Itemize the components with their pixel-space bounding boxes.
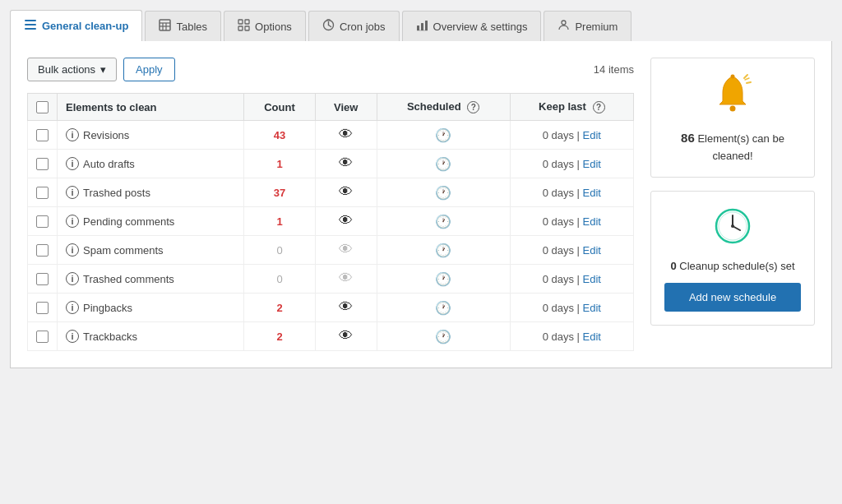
row-keep-last-trackbacks: 0 days | Edit: [510, 322, 633, 351]
tab-cron-jobs-label: Cron jobs: [340, 21, 386, 33]
edit-link-auto-drafts[interactable]: Edit: [583, 158, 601, 170]
info-icon-auto-drafts[interactable]: i: [66, 157, 79, 170]
view-icon-auto-drafts[interactable]: 👁: [339, 155, 353, 171]
view-icon-pingbacks[interactable]: 👁: [339, 299, 353, 315]
tab-premium[interactable]: Premium: [544, 11, 632, 41]
elements-count: 86: [681, 131, 695, 145]
user-icon: [557, 19, 570, 34]
row-name-trashed-comments: i Trashed comments: [58, 265, 244, 294]
row-keep-last-pingbacks: 0 days | Edit: [510, 294, 633, 322]
scheduled-clock-spam-comments: 🕐: [435, 243, 451, 257]
tab-overview-settings[interactable]: Overview & settings: [402, 11, 542, 41]
keep-last-help-icon[interactable]: ?: [593, 101, 605, 113]
row-label-trackbacks: Trackbacks: [83, 331, 137, 343]
row-name-pending-comments: i Pending comments: [58, 207, 244, 236]
row-keep-last-revisions: 0 days | Edit: [510, 121, 633, 150]
info-icon-trackbacks[interactable]: i: [66, 330, 79, 343]
row-name-trashed-posts: i Trashed posts: [58, 178, 244, 207]
row-cb-trashed-comments[interactable]: [36, 273, 49, 285]
row-checkbox-spam-comments: [28, 236, 58, 265]
count-value-auto-drafts: 1: [276, 158, 282, 170]
row-cb-trackbacks[interactable]: [36, 331, 49, 343]
row-count-trackbacks: 2: [244, 322, 316, 351]
scheduled-clock-auto-drafts: 🕐: [435, 157, 451, 171]
tab-general-cleanup-label: General clean-up: [42, 20, 128, 32]
row-cb-pending-comments[interactable]: [36, 215, 49, 228]
svg-rect-0: [25, 20, 36, 21]
row-cb-trashed-posts[interactable]: [36, 187, 49, 199]
right-panel: 86 Element(s) can be cleaned! 0: [650, 58, 815, 351]
row-scheduled-revisions: 🕐: [377, 121, 510, 150]
elements-widget: 86 Element(s) can be cleaned!: [650, 58, 815, 178]
main-content: Bulk actions ▾ Apply 14 items: [10, 41, 832, 368]
schedule-widget-text: 0 Cleanup schedule(s) set: [664, 258, 801, 275]
add-schedule-button[interactable]: Add new schedule: [664, 283, 801, 312]
info-icon-pending-comments[interactable]: i: [66, 215, 79, 228]
row-cb-pingbacks[interactable]: [36, 302, 49, 314]
row-label-trashed-posts: Trashed posts: [83, 187, 150, 199]
row-count-auto-drafts: 1: [244, 150, 316, 178]
edit-link-revisions[interactable]: Edit: [583, 129, 601, 141]
row-scheduled-pending-comments: 🕐: [377, 207, 510, 236]
info-icon-trashed-posts[interactable]: i: [66, 186, 79, 199]
row-scheduled-trashed-comments: 🕐: [377, 265, 510, 294]
row-cb-revisions[interactable]: [36, 129, 49, 141]
view-icon-pending-comments[interactable]: 👁: [339, 213, 353, 229]
th-keep-last: Keep last ?: [510, 94, 633, 121]
view-icon-trashed-posts[interactable]: 👁: [339, 184, 353, 200]
svg-rect-17: [421, 23, 423, 30]
row-keep-last-spam-comments: 0 days | Edit: [510, 236, 633, 265]
svg-point-21: [730, 106, 736, 112]
edit-link-pingbacks[interactable]: Edit: [583, 302, 601, 314]
list-icon: [24, 18, 37, 34]
table-body: i Revisions 43👁🕐0 days | Edit i Auto dra…: [28, 121, 634, 351]
apply-button[interactable]: Apply: [123, 58, 175, 81]
options-icon: [238, 19, 250, 34]
tab-general-cleanup[interactable]: General clean-up: [10, 10, 142, 41]
row-cb-spam-comments[interactable]: [36, 244, 49, 257]
row-scheduled-pingbacks: 🕐: [377, 294, 510, 322]
row-label-revisions: Revisions: [83, 129, 129, 141]
scheduled-help-icon[interactable]: ?: [467, 101, 479, 113]
edit-link-trashed-posts[interactable]: Edit: [583, 187, 601, 199]
info-icon-pingbacks[interactable]: i: [66, 301, 79, 314]
tab-premium-label: Premium: [575, 21, 618, 33]
edit-link-pending-comments[interactable]: Edit: [583, 215, 601, 228]
view-icon-disabled-trashed-comments: 👁: [339, 270, 353, 286]
items-count: 14 items: [594, 63, 634, 76]
view-icon-revisions[interactable]: 👁: [339, 127, 353, 142]
edit-link-spam-comments[interactable]: Edit: [583, 244, 601, 257]
tab-tables[interactable]: Tables: [145, 11, 221, 41]
bulk-actions-button[interactable]: Bulk actions ▾: [27, 58, 117, 81]
svg-line-24: [747, 82, 751, 83]
row-count-revisions: 43: [244, 121, 316, 150]
info-icon-trashed-comments[interactable]: i: [66, 272, 79, 285]
view-icon-disabled-spam-comments: 👁: [339, 242, 353, 257]
table-row: i Trackbacks 2👁🕐0 days | Edit: [28, 322, 634, 351]
info-icon-revisions[interactable]: i: [66, 128, 79, 141]
clock-widget-icon: [664, 205, 801, 250]
select-all-checkbox[interactable]: [36, 101, 49, 113]
tab-options[interactable]: Options: [224, 11, 306, 41]
svg-rect-2: [25, 28, 36, 30]
clock-tab-icon: [322, 19, 335, 34]
view-icon-trackbacks[interactable]: 👁: [339, 328, 353, 344]
svg-rect-9: [245, 20, 249, 24]
svg-rect-8: [238, 20, 243, 24]
row-scheduled-spam-comments: 🕐: [377, 236, 510, 265]
row-checkbox-trashed-comments: [28, 265, 58, 294]
elements-widget-text: 86 Element(s) can be cleaned!: [664, 129, 801, 164]
chart-icon: [416, 19, 428, 34]
edit-link-trackbacks[interactable]: Edit: [583, 331, 601, 343]
row-cb-auto-drafts[interactable]: [36, 158, 49, 170]
elements-table: Elements to clean Count View Scheduled ?: [27, 93, 634, 351]
th-checkbox: [28, 94, 58, 121]
svg-rect-3: [160, 20, 170, 30]
bulk-actions-label: Bulk actions: [38, 63, 95, 76]
tab-cron-jobs[interactable]: Cron jobs: [308, 11, 400, 41]
row-view-trashed-posts: 👁: [315, 178, 377, 207]
edit-link-trashed-comments[interactable]: Edit: [583, 273, 601, 285]
info-icon-spam-comments[interactable]: i: [66, 243, 79, 257]
schedule-widget: 0 Cleanup schedule(s) set Add new schedu…: [650, 191, 815, 326]
svg-line-25: [745, 78, 749, 80]
